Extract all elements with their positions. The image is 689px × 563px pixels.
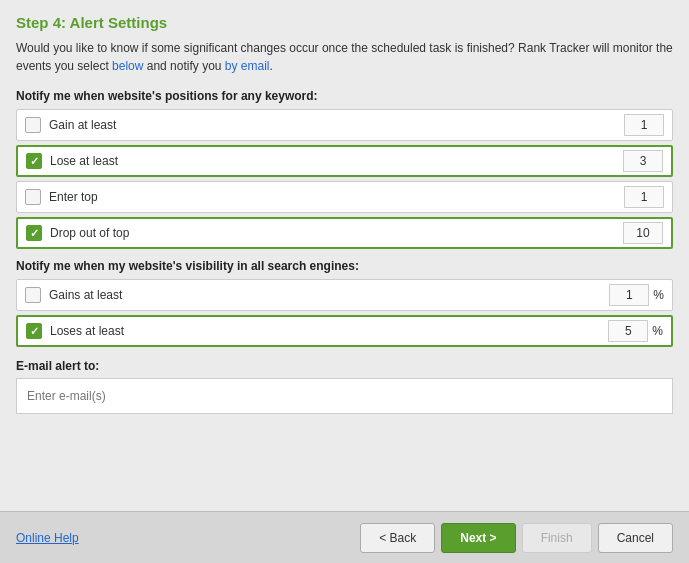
footer: Online Help < Back Next > Finish Cancel — [0, 511, 689, 563]
lose-row: Lose at least — [16, 145, 673, 177]
drop-out-checkbox[interactable] — [26, 225, 42, 241]
loses-input[interactable] — [608, 320, 648, 342]
email-label: E-mail alert to: — [16, 359, 673, 373]
lose-checkbox[interactable] — [26, 153, 42, 169]
enter-top-input[interactable] — [624, 186, 664, 208]
back-button[interactable]: < Back — [360, 523, 435, 553]
gains-checkbox[interactable] — [25, 287, 41, 303]
gains-percent: % — [653, 288, 664, 302]
loses-row: Loses at least % — [16, 315, 673, 347]
lose-label: Lose at least — [50, 154, 617, 168]
section1-label: Notify me when website's positions for a… — [16, 89, 673, 103]
email-input[interactable] — [16, 378, 673, 414]
main-content: Step 4: Alert Settings Would you like to… — [0, 0, 689, 511]
lose-input[interactable] — [623, 150, 663, 172]
gain-label: Gain at least — [49, 118, 618, 132]
gain-row: Gain at least — [16, 109, 673, 141]
drop-out-label: Drop out of top — [50, 226, 617, 240]
email-section: E-mail alert to: — [16, 359, 673, 414]
gains-input[interactable] — [609, 284, 649, 306]
enter-top-checkbox[interactable] — [25, 189, 41, 205]
gain-checkbox[interactable] — [25, 117, 41, 133]
drop-out-row: Drop out of top — [16, 217, 673, 249]
description: Would you like to know if some significa… — [16, 39, 673, 75]
enter-top-row: Enter top — [16, 181, 673, 213]
gain-input[interactable] — [624, 114, 664, 136]
loses-label: Loses at least — [50, 324, 602, 338]
section2-label: Notify me when my website's visibility i… — [16, 259, 673, 273]
enter-top-label: Enter top — [49, 190, 618, 204]
step-title: Step 4: Alert Settings — [16, 14, 673, 31]
footer-left: Online Help — [16, 530, 79, 545]
next-button[interactable]: Next > — [441, 523, 515, 553]
loses-percent: % — [652, 324, 663, 338]
loses-checkbox[interactable] — [26, 323, 42, 339]
cancel-button[interactable]: Cancel — [598, 523, 673, 553]
gains-label: Gains at least — [49, 288, 603, 302]
finish-button[interactable]: Finish — [522, 523, 592, 553]
below-link[interactable]: below — [112, 59, 143, 73]
gains-row: Gains at least % — [16, 279, 673, 311]
by-email-link[interactable]: by email — [225, 59, 270, 73]
footer-buttons: < Back Next > Finish Cancel — [360, 523, 673, 553]
drop-out-input[interactable] — [623, 222, 663, 244]
online-help-link[interactable]: Online Help — [16, 531, 79, 545]
